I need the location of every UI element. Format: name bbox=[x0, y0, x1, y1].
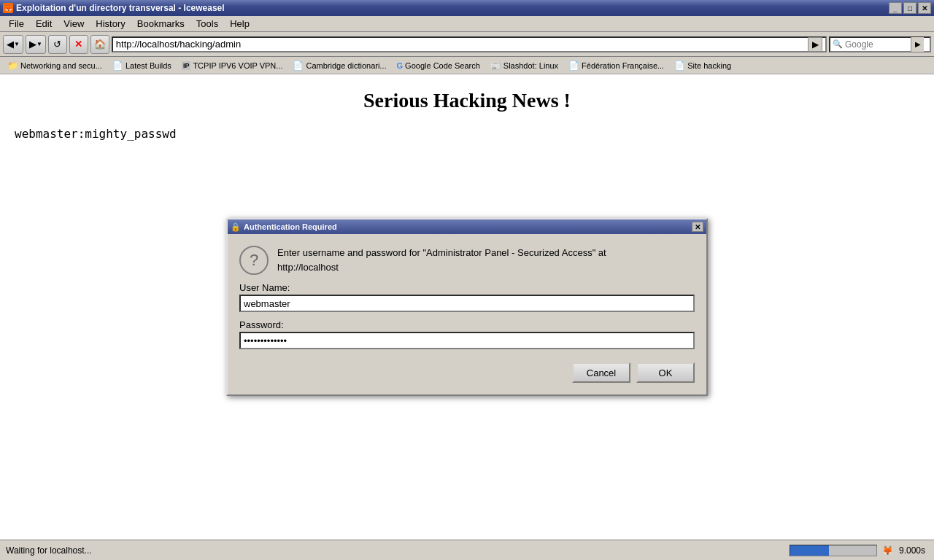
auth-ok-button[interactable]: OK bbox=[636, 362, 695, 383]
status-text: Waiting for localhost... bbox=[3, 545, 790, 556]
back-button[interactable]: ◀ ▼ bbox=[3, 35, 23, 54]
auth-password-field: Password: bbox=[239, 319, 695, 349]
bookmark-label: Latest Builds bbox=[126, 61, 171, 70]
bookmark-label: TCPIP IPV6 VOIP VPN... bbox=[193, 61, 282, 70]
menu-history[interactable]: History bbox=[90, 17, 131, 31]
bookmarks-bar: 📁 Networking and secu... 📄 Latest Builds… bbox=[0, 57, 934, 74]
forward-dropdown-icon[interactable]: ▼ bbox=[36, 41, 42, 47]
window-title: Exploitation d'un directory transversal … bbox=[16, 3, 225, 13]
bookmark-ip-icon: IP bbox=[182, 61, 191, 70]
progress-bar bbox=[790, 545, 829, 556]
titlebar-controls[interactable]: _ □ ✕ bbox=[889, 2, 931, 14]
close-button[interactable]: ✕ bbox=[918, 2, 931, 14]
home-button[interactable]: 🏠 bbox=[90, 35, 109, 54]
auth-title-icon: 🔒 bbox=[231, 222, 241, 232]
auth-message: Enter username and password for "Adminis… bbox=[277, 246, 606, 274]
stop-icon: ✕ bbox=[74, 39, 82, 50]
menu-view[interactable]: View bbox=[58, 17, 90, 31]
auth-message-row: ? Enter username and password for "Admin… bbox=[239, 246, 695, 275]
maximize-button[interactable]: □ bbox=[903, 2, 916, 14]
auth-titlebar-left: 🔒 Authentication Required bbox=[231, 222, 337, 232]
forward-button[interactable]: ▶ ▼ bbox=[26, 35, 46, 54]
bookmark-label: Cambridge dictionari... bbox=[306, 61, 386, 70]
auth-dialog: 🔒 Authentication Required ✕ ? Enter user… bbox=[226, 218, 708, 396]
auth-message-line1: Enter username and password for "Adminis… bbox=[277, 247, 606, 258]
menu-bookmarks[interactable]: Bookmarks bbox=[131, 17, 190, 31]
url-bar: http://localhost/hacking/admin ▶ bbox=[112, 36, 827, 52]
auth-question-icon: ? bbox=[239, 246, 269, 275]
auth-password-input[interactable] bbox=[239, 332, 695, 349]
bookmark-fed-icon: 📄 bbox=[568, 61, 579, 71]
page-credentials: webmaster:mighty_passwd bbox=[15, 127, 923, 141]
menubar: File Edit View History Bookmarks Tools H… bbox=[0, 16, 934, 32]
statusbar-browser-icon: 🦊 bbox=[880, 542, 896, 559]
statusbar: Waiting for localhost... 🦊 9.000s bbox=[0, 540, 934, 560]
reload-button[interactable]: ↺ bbox=[48, 35, 67, 54]
url-go-button[interactable]: ▶ bbox=[808, 37, 822, 52]
menu-edit[interactable]: Edit bbox=[30, 17, 58, 31]
back-dropdown-icon[interactable]: ▼ bbox=[14, 41, 20, 47]
auth-username-field: User Name: bbox=[239, 282, 695, 312]
auth-close-button[interactable]: ✕ bbox=[692, 222, 703, 232]
auth-titlebar: 🔒 Authentication Required ✕ bbox=[228, 219, 706, 234]
auth-username-input[interactable] bbox=[239, 295, 695, 312]
auth-cancel-button[interactable]: Cancel bbox=[572, 362, 630, 383]
forward-icon: ▶ bbox=[29, 39, 36, 50]
bookmark-label: Networking and secu... bbox=[20, 61, 102, 70]
home-icon: 🏠 bbox=[94, 39, 106, 50]
statusbar-timer: 9.000s bbox=[899, 545, 925, 556]
page-heading: Serious Hacking News ! bbox=[11, 89, 923, 112]
bookmark-networking[interactable]: 📁 Networking and secu... bbox=[3, 59, 107, 72]
bookmark-folder-icon: 📁 bbox=[7, 61, 18, 71]
bookmark-latest-builds[interactable]: 📄 Latest Builds bbox=[108, 59, 176, 72]
auth-buttons: Cancel OK bbox=[239, 362, 695, 383]
bookmark-label: Fédération Française... bbox=[582, 61, 664, 70]
bookmark-slashdot-icon: 📰 bbox=[490, 61, 501, 71]
titlebar: 🦊 Exploitation d'un directory transversa… bbox=[0, 0, 934, 16]
url-text[interactable]: http://localhost/hacking/admin bbox=[116, 39, 808, 50]
auth-message-line2: http://localhost bbox=[277, 262, 339, 273]
minimize-button[interactable]: _ bbox=[889, 2, 902, 14]
bookmark-google-code[interactable]: G Google Code Search bbox=[393, 60, 485, 71]
progress-container bbox=[790, 545, 877, 556]
menu-file[interactable]: File bbox=[3, 17, 30, 31]
auth-username-label: User Name: bbox=[239, 282, 695, 293]
bookmark-google-icon: G bbox=[397, 61, 404, 70]
bookmark-site-hacking[interactable]: 📄 Site hacking bbox=[670, 59, 736, 72]
url-go-icon: ▶ bbox=[812, 39, 819, 50]
search-box: 🔍 ▶ bbox=[829, 36, 931, 52]
bookmark-tcpip[interactable]: IP TCPIP IPV6 VOIP VPN... bbox=[177, 60, 287, 71]
menu-help[interactable]: Help bbox=[224, 17, 255, 31]
auth-body: ? Enter username and password for "Admin… bbox=[228, 234, 706, 394]
back-icon: ◀ bbox=[7, 39, 14, 50]
bookmark-page-icon: 📄 bbox=[112, 61, 123, 71]
bookmark-label: Google Code Search bbox=[405, 61, 480, 70]
bookmark-dict-icon: 📄 bbox=[293, 61, 304, 71]
stop-button[interactable]: ✕ bbox=[69, 35, 88, 54]
bookmark-cambridge[interactable]: 📄 Cambridge dictionari... bbox=[288, 59, 390, 72]
auth-title-text: Authentication Required bbox=[244, 222, 337, 231]
navbar: ◀ ▼ ▶ ▼ ↺ ✕ 🏠 http://localhost/hacking/a… bbox=[0, 32, 934, 57]
titlebar-left: 🦊 Exploitation d'un directory transversa… bbox=[3, 3, 225, 13]
reload-icon: ↺ bbox=[53, 39, 61, 50]
menu-tools[interactable]: Tools bbox=[190, 17, 224, 31]
search-input[interactable] bbox=[845, 39, 911, 50]
bookmark-federation[interactable]: 📄 Fédération Française... bbox=[564, 59, 668, 72]
bookmark-label: Slashdot: Linux bbox=[503, 61, 558, 70]
browser-icon: 🦊 bbox=[3, 3, 13, 13]
bookmark-slashdot[interactable]: 📰 Slashdot: Linux bbox=[486, 59, 563, 72]
auth-password-label: Password: bbox=[239, 319, 695, 330]
bookmark-label: Site hacking bbox=[687, 61, 731, 70]
bookmark-hacking-icon: 📄 bbox=[674, 61, 685, 71]
search-go-button[interactable]: ▶ bbox=[911, 37, 924, 52]
search-icon: 🔍 bbox=[830, 39, 845, 49]
